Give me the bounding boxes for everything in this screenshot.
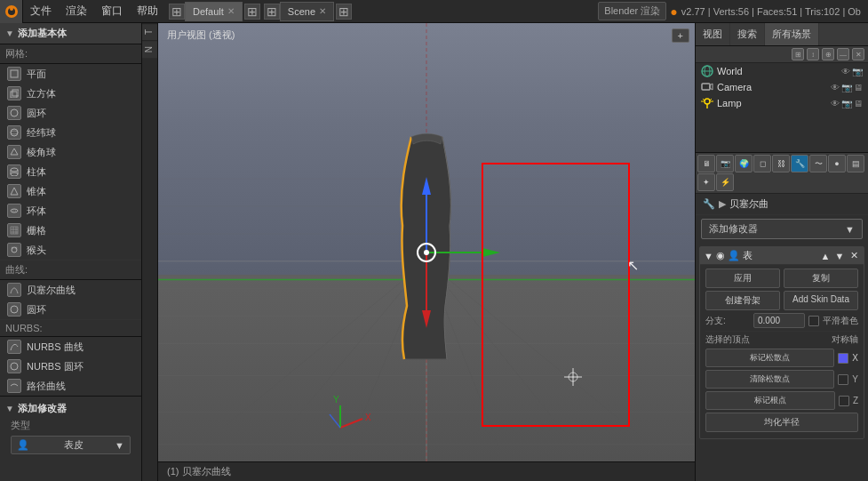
tab-scene[interactable]: Scene ✕ <box>280 2 334 21</box>
particle-props-btn[interactable]: ✦ <box>697 173 715 191</box>
add-modifier-btn[interactable]: 添加修改器 ▼ <box>701 219 863 239</box>
link-icon[interactable]: ⊕ <box>822 48 834 60</box>
move-down-icon[interactable]: ▼ <box>833 250 846 262</box>
modifier-props-btn active[interactable]: 🔧 <box>791 155 808 172</box>
material-props-btn[interactable]: ● <box>828 155 846 172</box>
copy-btn[interactable]: 复制 <box>784 269 858 288</box>
nurbs-curve[interactable]: NURBS 曲线 <box>0 337 141 357</box>
new-tab-btn[interactable]: ⊞ <box>169 4 185 20</box>
data-props-btn[interactable]: 〜 <box>809 155 827 172</box>
y-axis-label: Y <box>852 374 858 384</box>
search-tab[interactable]: 搜索 <box>730 23 765 45</box>
mesh-plane[interactable]: 平面 <box>0 64 141 84</box>
vertex-label: 选择的顶点 <box>705 333 828 346</box>
tree-item-lamp[interactable]: Lamp 👁 📷 🖥 <box>696 95 868 111</box>
collapse-icon[interactable]: ▼ <box>5 28 14 38</box>
menu-render[interactable]: 渲染 <box>59 0 94 22</box>
physics-props-btn[interactable]: ⚡ <box>716 173 734 191</box>
view-tab[interactable]: 视图 <box>696 23 730 45</box>
world-eye-icon[interactable]: 👁 <box>841 67 850 76</box>
menu-file[interactable]: 文件 <box>23 0 59 22</box>
equalize-btn[interactable]: 均化半径 <box>705 413 858 432</box>
close-tab-icon[interactable]: ✕ <box>227 6 235 16</box>
constraint-props-btn[interactable]: ⛓ <box>772 155 790 172</box>
tab-plus-icon[interactable]: ⊞ <box>244 4 260 20</box>
type-label: 类型 <box>5 417 136 434</box>
type-select-dropdown[interactable]: 👤 表皮 ▼ <box>11 436 131 454</box>
mesh-monkey[interactable]: 猴头 <box>0 240 141 260</box>
branch-row: 分支: 0.000 平滑着色 <box>705 313 858 328</box>
object-props-btn[interactable]: ◻ <box>753 155 771 172</box>
menu-window[interactable]: 窗口 <box>94 0 130 22</box>
modifier-controls: 应用 复制 创建骨架 Add Skin Data 分支: 0.000 平滑着色 <box>700 265 864 438</box>
mesh-cylinder[interactable]: 柱体 <box>0 162 141 181</box>
apply-btn[interactable]: 应用 <box>705 269 780 288</box>
svg-point-7 <box>11 129 18 136</box>
mark-root-btn[interactable]: 标记根点 <box>705 391 835 410</box>
filter-icon[interactable]: ⊞ <box>792 48 804 60</box>
world-camera-icon[interactable]: 📷 <box>852 67 863 76</box>
lamp-eye-icon[interactable]: 👁 <box>831 99 840 108</box>
z-axis-checkbox[interactable] <box>839 396 849 406</box>
mesh-cone[interactable]: 锥体 <box>0 181 141 201</box>
scene-tab-plus[interactable]: ⊞ <box>336 4 352 20</box>
modifier-toggle[interactable]: ◉ <box>716 250 725 261</box>
arrow-icon: ▶ <box>719 198 726 210</box>
props-toolbar: 🖥 📷 🌍 ◻ ⛓ 🔧 〜 ● ▤ ✦ ⚡ <box>696 153 868 194</box>
menu-help[interactable]: 帮助 <box>130 0 165 22</box>
close-scene-icon[interactable]: ✕ <box>852 48 864 60</box>
side-tab-2[interactable]: N <box>142 40 157 58</box>
smooth-checkbox[interactable] <box>808 316 819 326</box>
move-up-icon[interactable]: ▲ <box>819 250 832 262</box>
svg-point-16 <box>12 210 16 212</box>
side-tab-1[interactable]: T <box>142 23 157 40</box>
branch-label: 分支: <box>705 315 750 327</box>
mesh-torus[interactable]: 环体 <box>0 201 141 220</box>
scene-props-btn[interactable]: 📷 <box>716 155 734 172</box>
curve-circle[interactable]: 圆环 <box>0 300 141 319</box>
y-axis-checkbox[interactable] <box>838 374 848 385</box>
tree-item-world[interactable]: World 👁 📷 <box>696 63 868 79</box>
camera-eye-icon[interactable]: 👁 <box>831 83 840 92</box>
curve-bezier[interactable]: 贝塞尔曲线 <box>0 280 141 300</box>
create-skeleton-btn[interactable]: 创建骨架 <box>705 291 780 310</box>
lamp-restrict-icon[interactable]: 📷 <box>841 99 852 108</box>
new-tab2-btn[interactable]: ⊞ <box>264 4 280 20</box>
camera-restrict-icon[interactable]: 📷 <box>841 83 852 92</box>
mesh-circle[interactable]: 圆环 <box>0 103 141 123</box>
renderer-selector[interactable]: Blender 渲染 <box>598 2 666 20</box>
camera-render-icon[interactable]: 🖥 <box>854 83 863 92</box>
cylinder-icon <box>7 164 21 179</box>
mesh-uvsphere[interactable]: 经纬球 <box>0 123 141 142</box>
x-axis-checkbox[interactable] <box>838 353 848 364</box>
tree-item-camera[interactable]: Camera 👁 📷 🖥 <box>696 79 868 95</box>
world-props-btn[interactable]: 🌍 <box>735 155 753 172</box>
minus-icon[interactable]: — <box>837 48 849 60</box>
delete-modifier-icon[interactable]: ✕ <box>848 250 860 262</box>
mesh-cube[interactable]: 立方体 <box>0 84 141 103</box>
close-tab2-icon[interactable]: ✕ <box>319 6 326 16</box>
grid-label: 栅格 <box>27 224 46 237</box>
nurbs-circle[interactable]: NURBS 圆环 <box>0 357 141 376</box>
render-props-btn[interactable]: 🖥 <box>697 155 715 172</box>
mesh-icosphere[interactable]: 棱角球 <box>0 142 141 162</box>
svg-point-8 <box>11 131 18 134</box>
add-skin-data-btn[interactable]: Add Skin Data <box>784 291 858 310</box>
texture-props-btn[interactable]: ▤ <box>847 155 864 172</box>
scene-tree-icons: ⊞ ↕ ⊕ — ✕ <box>792 48 864 60</box>
cylinder-label: 柱体 <box>27 165 46 179</box>
tab-default[interactable]: Default ✕ <box>185 2 243 21</box>
clear-loose-btn[interactable]: 清除松散点 <box>705 370 834 389</box>
3d-viewport[interactable]: 用户视图 (透视) + <box>158 23 695 481</box>
mesh-grid[interactable]: 栅格 <box>0 220 141 240</box>
all-scenes-tab[interactable]: 所有场景 <box>765 23 819 45</box>
modifier-expand-icon[interactable]: ▼ <box>704 251 713 261</box>
viewport-corner-btn[interactable]: + <box>672 28 689 43</box>
branch-value-field[interactable]: 0.000 <box>753 313 805 328</box>
lamp-render-icon[interactable]: 🖥 <box>854 99 863 108</box>
sort-icon[interactable]: ↕ <box>807 48 819 60</box>
object-name-row: 🔧 ▶ 贝塞尔曲 <box>696 194 868 215</box>
path-curve[interactable]: 路径曲线 <box>0 376 141 396</box>
mark-loose-btn[interactable]: 标记松散点 <box>705 349 834 367</box>
modifier-collapse-icon[interactable]: ▼ <box>5 404 14 413</box>
